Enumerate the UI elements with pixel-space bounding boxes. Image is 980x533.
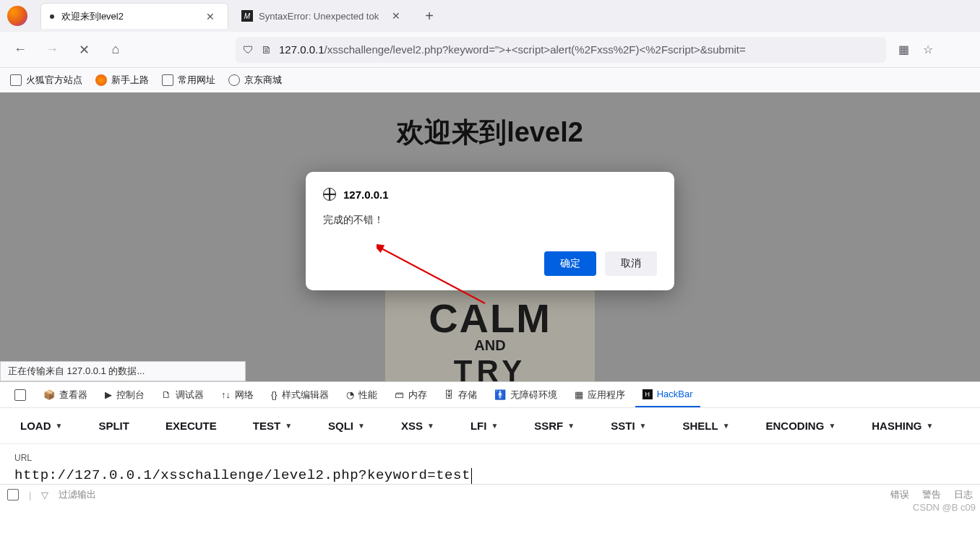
url-bar[interactable]: 🛡 🗎 127.0.0.1/xsschallenge/level2.php?ke…: [236, 37, 886, 63]
tab-style[interactable]: {} 样式编辑器: [264, 382, 336, 407]
logs-tab[interactable]: 日志: [954, 488, 973, 501]
hb-split[interactable]: SPLIT: [98, 420, 129, 432]
hb-xss[interactable]: XSS▼: [401, 420, 434, 432]
tab-memory[interactable]: 🗃 内存: [387, 382, 434, 407]
tab-storage[interactable]: 🗄 存储: [437, 382, 484, 407]
tab-inspector[interactable]: 📦 查看器: [36, 382, 95, 407]
firefox-icon: [95, 74, 107, 86]
text-cursor-icon: [471, 468, 472, 484]
bookmark-label: 新手上路: [111, 74, 149, 87]
browser-tab-bar: 欢迎来到level2 ✕ M SyntaxError: Unexpected t…: [0, 0, 980, 32]
hb-load[interactable]: LOAD▼: [20, 420, 62, 432]
errors-tab[interactable]: 错误: [890, 488, 909, 501]
hackbar-body: URL http://127.0.0.1/xsschallenge/level2…: [0, 444, 980, 484]
back-button[interactable]: ←: [7, 37, 33, 63]
url-label: URL: [14, 453, 966, 463]
hb-sqli[interactable]: SQLI▼: [328, 420, 365, 432]
dialog-header: 127.0.0.1: [323, 188, 657, 201]
firefox-logo-icon: [7, 6, 27, 26]
and-text: AND: [474, 337, 505, 354]
page-title: 欢迎来到level2: [0, 92, 980, 151]
nav-bar: ← → ✕ ⌂ 🛡 🗎 127.0.0.1/xsschallenge/level…: [0, 32, 980, 68]
hb-test[interactable]: TEST▼: [253, 420, 292, 432]
hb-shell[interactable]: SHELL▼: [682, 420, 729, 432]
annotation-arrow-icon: [377, 244, 492, 309]
url-input-wrap[interactable]: http://127.0.0.1/xsschallenge/level2.php…: [14, 467, 966, 484]
dialog-message: 完成的不错！: [323, 214, 657, 227]
bookmark-label: 京东商城: [244, 74, 282, 87]
tab-title: SyntaxError: Unexpected tok: [259, 11, 379, 22]
svg-line-0: [380, 248, 485, 303]
url-input[interactable]: http://127.0.0.1/xsschallenge/level2.php…: [14, 467, 470, 483]
alert-dialog: 127.0.0.1 完成的不错！ 确定 取消: [306, 172, 674, 290]
close-icon[interactable]: ✕: [202, 9, 219, 24]
hackbar-menu: LOAD▼ SPLIT EXECUTE TEST▼ SQLI▼ XSS▼ LFI…: [0, 408, 980, 444]
devtools-tabs: 📦 查看器 ▶ 控制台 🗋 调试器 ↑↓ 网络 {} 样式编辑器 ◔ 性能 🗃 …: [0, 382, 980, 408]
url-text: 127.0.0.1/xsschallenge/level2.php?keywor…: [279, 43, 746, 56]
globe-icon: [323, 188, 336, 201]
hb-hashing[interactable]: HASHING▼: [872, 420, 933, 432]
console-footer: | ▽ 过滤输出 错误 警告 日志: [0, 484, 980, 506]
qr-icon[interactable]: ▦: [896, 43, 911, 57]
forward-button[interactable]: →: [39, 37, 65, 63]
watermark: CSDN @B c09: [913, 502, 976, 513]
bookmark-firefox-official[interactable]: 火狐官方站点: [10, 74, 82, 87]
bookmark-label: 火狐官方站点: [26, 74, 82, 87]
bookmark-common-urls[interactable]: 常用网址: [162, 74, 215, 87]
hb-execute[interactable]: EXECUTE: [166, 420, 217, 432]
tab-network[interactable]: ↑↓ 网络: [214, 382, 261, 407]
page-info-icon[interactable]: 🗎: [261, 43, 272, 56]
filter-icon: ▽: [41, 490, 48, 500]
try-text: TRY: [454, 354, 526, 381]
folder-icon: [162, 74, 173, 86]
hb-encoding[interactable]: ENCODING▼: [766, 420, 836, 432]
stop-button[interactable]: ✕: [71, 37, 97, 63]
bookmark-jd[interactable]: 京东商城: [228, 74, 282, 87]
tab-hackbar[interactable]: HHackBar: [635, 382, 700, 407]
globe-icon: [228, 74, 240, 86]
bookmarks-bar: 火狐官方站点 新手上路 常用网址 京东商城: [0, 68, 980, 92]
bookmark-label: 常用网址: [178, 74, 215, 87]
page-content: 欢迎来到level2 没有找到和test相关的结果 CALM AND TRY 1…: [0, 92, 980, 381]
bookmark-getting-started[interactable]: 新手上路: [95, 74, 149, 87]
devtools-dock-icon[interactable]: [7, 382, 33, 407]
tab-active[interactable]: 欢迎来到level2 ✕: [40, 3, 228, 29]
tab-application[interactable]: ▦ 应用程序: [567, 382, 632, 407]
tab-console[interactable]: ▶ 控制台: [98, 382, 152, 407]
dialog-host: 127.0.0.1: [343, 188, 389, 201]
warnings-tab[interactable]: 警告: [922, 488, 941, 501]
filter-label[interactable]: 过滤输出: [59, 488, 96, 501]
hb-ssti[interactable]: SSTI▼: [611, 420, 646, 432]
close-icon[interactable]: ✕: [387, 9, 405, 23]
folder-icon: [10, 74, 22, 86]
mdn-favicon-icon: M: [241, 10, 253, 22]
tab-debugger[interactable]: 🗋 调试器: [155, 382, 211, 407]
trash-icon[interactable]: [7, 489, 19, 500]
tab-title: 欢迎来到level2: [61, 10, 124, 23]
ok-button[interactable]: 确定: [544, 251, 596, 276]
bookmark-star-icon[interactable]: ☆: [921, 43, 935, 57]
hb-lfi[interactable]: LFI▼: [470, 420, 498, 432]
home-button[interactable]: ⌂: [103, 37, 129, 63]
tab-inactive[interactable]: M SyntaxError: Unexpected tok ✕: [233, 3, 413, 29]
status-bar: 正在传输来自 127.0.0.1 的数据...: [0, 361, 246, 381]
loading-dot-icon: [50, 14, 54, 19]
new-tab-button[interactable]: +: [418, 4, 441, 27]
devtools-panel: 📦 查看器 ▶ 控制台 🗋 调试器 ↑↓ 网络 {} 样式编辑器 ◔ 性能 🗃 …: [0, 381, 980, 533]
tab-performance[interactable]: ◔ 性能: [339, 382, 384, 407]
hb-ssrf[interactable]: SSRF▼: [534, 420, 575, 432]
shield-icon: 🛡: [243, 43, 254, 56]
cancel-button[interactable]: 取消: [605, 251, 657, 276]
hackbar-icon: H: [642, 389, 653, 399]
tab-accessibility[interactable]: 🚹 无障碍环境: [487, 382, 564, 407]
